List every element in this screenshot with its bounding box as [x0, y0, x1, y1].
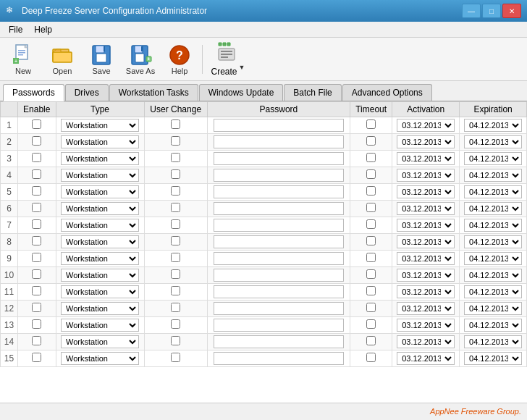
open-button[interactable]: Open — [43, 41, 81, 78]
tab-windows-update[interactable]: Windows Update — [199, 84, 284, 101]
user-change-checkbox-4[interactable] — [171, 169, 180, 179]
timeout-checkbox-13[interactable] — [366, 319, 376, 329]
activation-select-13[interactable]: 03.12.2013 — [397, 319, 455, 332]
password-input-13[interactable] — [214, 319, 344, 332]
menu-help[interactable]: Help — [28, 23, 58, 36]
user-change-checkbox-5[interactable] — [171, 186, 180, 196]
timeout-checkbox-9[interactable] — [366, 253, 376, 262]
timeout-checkbox-1[interactable] — [366, 119, 376, 129]
activation-select-2[interactable]: 03.12.2013 — [397, 135, 455, 148]
activation-select-11[interactable]: 03.12.2013 — [397, 285, 455, 298]
type-select-13[interactable]: WorkstationServerThawSpace — [61, 319, 139, 332]
expiration-select-14[interactable]: 04.12.2013 — [464, 335, 522, 348]
timeout-checkbox-10[interactable] — [366, 269, 376, 279]
expiration-select-3[interactable]: 04.12.2013 — [464, 152, 522, 165]
timeout-checkbox-3[interactable] — [366, 153, 376, 162]
user-change-checkbox-6[interactable] — [171, 203, 180, 212]
enable-checkbox-10[interactable] — [32, 269, 41, 279]
expiration-select-4[interactable]: 04.12.2013 — [464, 169, 522, 182]
type-select-9[interactable]: WorkstationServerThawSpace — [61, 252, 139, 265]
enable-checkbox-4[interactable] — [32, 169, 41, 179]
activation-select-6[interactable]: 03.12.2013 — [397, 202, 455, 215]
activation-select-8[interactable]: 03.12.2013 — [397, 235, 455, 248]
password-input-6[interactable] — [214, 202, 344, 215]
activation-select-7[interactable]: 03.12.2013 — [397, 219, 455, 232]
password-input-4[interactable] — [214, 169, 344, 182]
activation-select-10[interactable]: 03.12.2013 — [397, 269, 455, 282]
enable-checkbox-11[interactable] — [32, 286, 41, 295]
saveas-button[interactable]: + Save As — [122, 41, 159, 78]
timeout-checkbox-15[interactable] — [366, 353, 376, 362]
password-input-10[interactable] — [214, 269, 344, 282]
type-select-8[interactable]: WorkstationServerThawSpace — [61, 235, 139, 248]
type-select-3[interactable]: WorkstationServerThawSpace — [61, 152, 139, 165]
enable-checkbox-12[interactable] — [32, 303, 41, 312]
type-select-4[interactable]: WorkstationServerThawSpace — [61, 169, 139, 182]
user-change-checkbox-2[interactable] — [171, 136, 180, 146]
tab-workstation-tasks[interactable]: Workstation Tasks — [109, 84, 198, 101]
timeout-checkbox-5[interactable] — [366, 186, 376, 196]
timeout-checkbox-12[interactable] — [366, 303, 376, 312]
tab-passwords[interactable]: Passwords — [3, 84, 64, 101]
enable-checkbox-2[interactable] — [32, 136, 41, 146]
enable-checkbox-14[interactable] — [32, 336, 41, 345]
timeout-checkbox-7[interactable] — [366, 219, 376, 229]
enable-checkbox-1[interactable] — [32, 119, 41, 129]
type-select-5[interactable]: WorkstationServerThawSpace — [61, 185, 139, 198]
password-input-2[interactable] — [214, 135, 344, 148]
password-input-7[interactable] — [214, 219, 344, 232]
tab-batch-file[interactable]: Batch File — [284, 84, 341, 101]
expiration-select-10[interactable]: 04.12.2013 — [464, 269, 522, 282]
enable-checkbox-9[interactable] — [32, 253, 41, 262]
expiration-select-11[interactable]: 04.12.2013 — [464, 285, 522, 298]
user-change-checkbox-11[interactable] — [171, 286, 180, 295]
expiration-select-7[interactable]: 04.12.2013 — [464, 219, 522, 232]
user-change-checkbox-7[interactable] — [171, 219, 180, 229]
expiration-select-12[interactable]: 04.12.2013 — [464, 302, 522, 315]
type-select-6[interactable]: WorkstationServerThawSpace — [61, 202, 139, 215]
activation-select-1[interactable]: 03.12.2013 — [397, 119, 455, 132]
password-input-11[interactable] — [214, 285, 344, 298]
timeout-checkbox-8[interactable] — [366, 236, 376, 245]
activation-select-12[interactable]: 03.12.2013 — [397, 302, 455, 315]
timeout-checkbox-6[interactable] — [366, 203, 376, 212]
timeout-checkbox-4[interactable] — [366, 169, 376, 179]
expiration-select-2[interactable]: 04.12.2013 — [464, 135, 522, 148]
maximize-button[interactable]: □ — [482, 4, 501, 18]
enable-checkbox-15[interactable] — [32, 353, 41, 362]
activation-select-4[interactable]: 03.12.2013 — [397, 169, 455, 182]
password-input-3[interactable] — [214, 152, 344, 165]
user-change-checkbox-10[interactable] — [171, 269, 180, 279]
activation-select-3[interactable]: 03.12.2013 — [397, 152, 455, 165]
password-input-1[interactable] — [214, 119, 344, 132]
tab-drives[interactable]: Drives — [65, 84, 109, 101]
user-change-checkbox-14[interactable] — [171, 336, 180, 345]
save-button[interactable]: Save — [83, 41, 120, 78]
expiration-select-9[interactable]: 04.12.2013 — [464, 252, 522, 265]
activation-select-5[interactable]: 03.12.2013 — [397, 185, 455, 198]
timeout-checkbox-14[interactable] — [366, 336, 376, 345]
type-select-7[interactable]: WorkstationServerThawSpace — [61, 219, 139, 232]
password-input-12[interactable] — [214, 302, 344, 315]
help-button[interactable]: ? Help — [161, 41, 198, 78]
enable-checkbox-3[interactable] — [32, 153, 41, 162]
type-select-2[interactable]: WorkstationServerThawSpace — [61, 135, 139, 148]
create-button[interactable]: Create ▼ — [206, 41, 250, 78]
expiration-select-6[interactable]: 04.12.2013 — [464, 202, 522, 215]
type-select-11[interactable]: WorkstationServerThawSpace — [61, 285, 139, 298]
user-change-checkbox-1[interactable] — [171, 119, 180, 129]
expiration-select-13[interactable]: 04.12.2013 — [464, 319, 522, 332]
activation-select-9[interactable]: 03.12.2013 — [397, 252, 455, 265]
password-input-8[interactable] — [214, 235, 344, 248]
enable-checkbox-8[interactable] — [32, 236, 41, 245]
user-change-checkbox-8[interactable] — [171, 236, 180, 245]
timeout-checkbox-11[interactable] — [366, 286, 376, 295]
enable-checkbox-13[interactable] — [32, 319, 41, 329]
type-select-10[interactable]: WorkstationServerThawSpace — [61, 269, 139, 282]
expiration-select-15[interactable]: 04.12.2013 — [464, 352, 522, 365]
enable-checkbox-6[interactable] — [32, 203, 41, 212]
activation-select-15[interactable]: 03.12.2013 — [397, 352, 455, 365]
close-button[interactable]: ✕ — [502, 4, 521, 18]
tab-advanced-options[interactable]: Advanced Options — [342, 84, 432, 101]
user-change-checkbox-13[interactable] — [171, 319, 180, 329]
